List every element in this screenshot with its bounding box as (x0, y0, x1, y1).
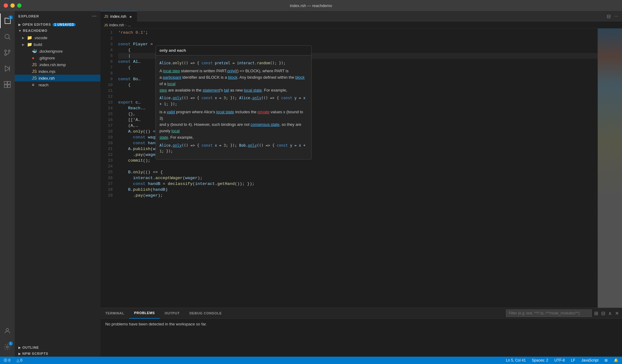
hover-documentation-panel: only and each Alice.only(() => { const p… (156, 45, 312, 159)
code-content[interactable]: 'reach 0.1'; const Player = { | (116, 28, 598, 308)
outline-label: Outline (22, 346, 39, 349)
status-bar: ⓪ 0 △ 0 Ln 5, Col 41 Spaces: 2 UTF-8 LF … (0, 357, 622, 364)
open-editors-section[interactable]: ▶ Open Editors 1 Unsaved (15, 21, 100, 28)
search-activity-icon[interactable] (0, 29, 15, 44)
window-controls[interactable] (4, 3, 21, 8)
line-num: 10 (100, 82, 113, 88)
status-encoding[interactable]: UTF-8 (553, 358, 566, 362)
tab-terminal[interactable]: Terminal (100, 308, 129, 319)
svg-rect-7 (4, 81, 7, 84)
line-num: 28 (100, 187, 113, 193)
code-line-26: interact.acceptWager(wager); (118, 175, 598, 181)
close-panel-icon[interactable]: ✕ (614, 310, 620, 317)
folder-icon: 📁 (27, 42, 32, 47)
code-token: const (118, 41, 131, 47)
run-activity-icon[interactable] (0, 61, 15, 76)
file-index-rsh[interactable]: ▶ JS index.rsh (15, 75, 100, 81)
file-reach[interactable]: ▶ ≡ reach (15, 81, 100, 88)
code-token: Player (133, 41, 148, 47)
tab-terminal-label: Terminal (105, 311, 124, 315)
panel-content: No problems have been detected in the wo… (100, 319, 622, 357)
svg-point-11 (6, 328, 9, 331)
open-editors-arrow: ▶ (18, 23, 21, 26)
file-dockerignore[interactable]: ▶ 🐳 .dockerignore (15, 48, 100, 54)
code-token: ; (145, 30, 148, 36)
remote-icon[interactable]: ⊞ (603, 358, 609, 362)
tab-index-rsh[interactable]: JS index.rsh ● (100, 11, 137, 22)
status-language[interactable]: JavaScript (580, 358, 600, 362)
code-line-24 (118, 163, 598, 169)
extensions-activity-icon[interactable] (0, 77, 15, 92)
status-spaces[interactable]: Spaces: 2 (531, 358, 549, 362)
line-num: 15 (100, 111, 113, 117)
js-icon: JS (32, 62, 37, 67)
folder-arrow: ▶ (22, 43, 27, 46)
more-actions-icon[interactable]: ··· (613, 12, 620, 21)
breadcrumb-item-2[interactable]: ... (128, 23, 131, 27)
no-arrow: ▶ (27, 56, 32, 60)
svg-point-0 (5, 34, 9, 39)
code-line-28: B.publish(handB) (118, 187, 598, 193)
file-index-rsh-temp[interactable]: ▶ JS .index.rsh.temp (15, 61, 100, 68)
line-num: 23 (100, 158, 113, 163)
status-bar-right: Ln 5, Col 41 Spaces: 2 UTF-8 LF JavaScri… (505, 358, 620, 362)
file-vscode[interactable]: ▶ 📁 .vscode (15, 34, 100, 41)
line-num: 26 (100, 175, 113, 181)
tab-problems[interactable]: Problems (129, 308, 160, 319)
status-line-ending[interactable]: LF (570, 358, 576, 362)
collapse-icon[interactable]: ⊟ (601, 310, 606, 317)
line-num: 25 (100, 169, 113, 175)
line-num: 19 (100, 134, 113, 140)
code-token: export (118, 99, 133, 105)
tab-debug-console[interactable]: Debug Console (185, 308, 227, 319)
no-arrow: ▶ (27, 63, 32, 66)
source-control-activity-icon[interactable] (0, 45, 15, 60)
status-position[interactable]: Ln 5, Col 41 (505, 358, 527, 362)
tab-close-button[interactable]: ● (128, 14, 133, 19)
split-editor-icon[interactable]: ⊟ (605, 12, 612, 21)
file-index-mjs[interactable]: ▶ JS index.mjs (15, 68, 100, 75)
line-num: 17 (100, 123, 113, 129)
code-token: Bo (133, 76, 138, 82)
close-button[interactable] (4, 3, 8, 8)
breadcrumb-file-icon: JS (104, 23, 108, 27)
tab-output[interactable]: Output (160, 308, 185, 319)
code-token: … (138, 59, 141, 65)
file-gitignore[interactable]: ▶ ● .gitignore (15, 54, 100, 61)
line-num: 14 (100, 105, 113, 111)
outline-section[interactable]: ▶ Outline (15, 344, 100, 351)
problems-message: No problems have been detected in the wo… (105, 322, 207, 326)
code-line-2 (118, 36, 598, 41)
filter-icon[interactable]: ⊞ (594, 310, 599, 317)
line-num: 3 (100, 41, 113, 47)
file-label: .dockerignore (39, 49, 100, 54)
file-icon: ≡ (32, 82, 37, 87)
npm-scripts-section[interactable]: ▶ NPM Scripts (15, 351, 100, 357)
project-arrow: ▼ (18, 29, 22, 32)
more-options-icon[interactable]: ··· (92, 13, 97, 19)
file-label: reach (39, 83, 100, 87)
settings-activity-icon[interactable]: 1 (0, 340, 15, 354)
explorer-activity-icon[interactable]: 1 (0, 13, 15, 28)
maximize-button[interactable] (17, 3, 21, 8)
minimize-button[interactable] (10, 3, 15, 8)
code-line-27: const handB = declassify(interact.getHan… (118, 181, 598, 187)
titlebar: index.rsh — reachdemo (0, 0, 622, 11)
line-num: 2 (100, 36, 113, 41)
file-build[interactable]: ▶ 📁 build (15, 41, 100, 48)
line-num: 24 (100, 163, 113, 169)
file-label: .index.rsh.temp (39, 62, 100, 67)
account-activity-icon[interactable] (0, 324, 15, 338)
project-section[interactable]: ▼ Reachdemo (15, 28, 100, 34)
status-errors[interactable]: ⓪ 0 (2, 358, 12, 363)
chevron-up-icon[interactable]: ∧ (608, 310, 613, 317)
no-arrow: ▶ (27, 77, 32, 80)
file-tree: ▶ 📁 .vscode ▶ 📁 build ▶ 🐳 .dockerignore … (15, 34, 100, 89)
filter-input[interactable] (506, 310, 592, 317)
editor-area: JS index.rsh ● ⊟ ··· JS index.rsh › ... (100, 11, 622, 357)
notifications-icon[interactable]: 🔔 (613, 358, 620, 362)
no-arrow: ▶ (27, 83, 32, 87)
code-token: Reach (128, 105, 141, 111)
breadcrumb-item[interactable]: index.rsh (109, 23, 124, 27)
status-warnings[interactable]: △ 0 (15, 358, 24, 362)
